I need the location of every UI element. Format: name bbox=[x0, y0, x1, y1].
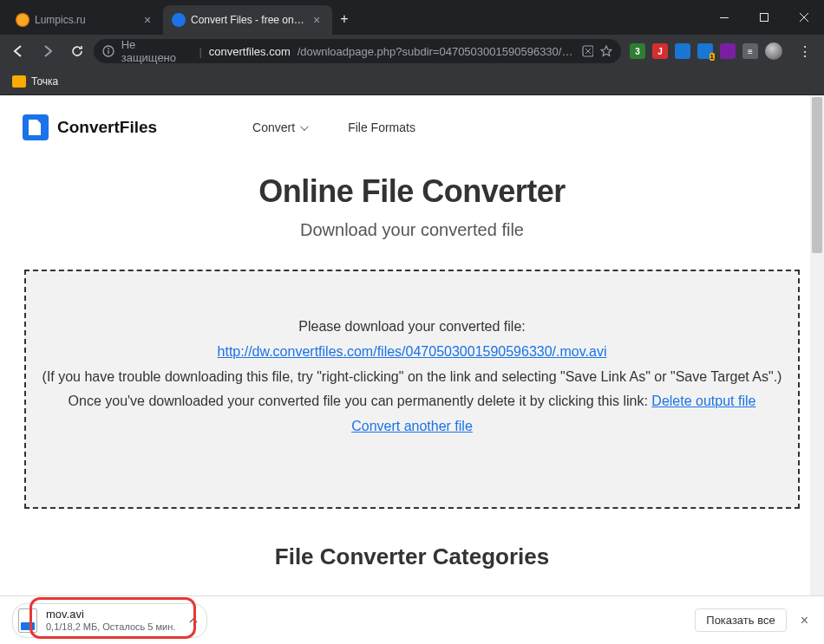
translate-icon[interactable] bbox=[582, 45, 594, 57]
svg-rect-3 bbox=[108, 50, 108, 54]
download-shelf: mov.avi 0,1/18,2 МБ, Осталось 5 мин. Пок… bbox=[0, 595, 824, 644]
favicon-convertfiles bbox=[172, 13, 186, 27]
extension-icon[interactable]: 1 bbox=[697, 43, 713, 59]
delete-prompt-text: Once you've downloaded your converted fi… bbox=[69, 394, 652, 408]
page-content: Online File Converter Download your conv… bbox=[0, 159, 824, 570]
favicon-lumpics bbox=[16, 13, 29, 27]
nav-label: Convert bbox=[252, 120, 295, 134]
tab-lumpics[interactable]: Lumpics.ru × bbox=[7, 5, 163, 35]
tab-close-icon[interactable]: × bbox=[141, 13, 154, 27]
scrollbar-thumb[interactable] bbox=[812, 97, 822, 253]
show-all-downloads-button[interactable]: Показать все bbox=[695, 608, 786, 632]
url-bar: Не защищено | convertfiles.com/downloadp… bbox=[0, 35, 824, 68]
page-viewport: ConvertFiles Convert File Formats Online… bbox=[0, 95, 824, 595]
minimize-icon bbox=[720, 17, 729, 18]
vertical-scrollbar[interactable] bbox=[810, 95, 824, 595]
tab-title: Lumpics.ru bbox=[35, 14, 135, 26]
page-subtitle: Download your converted file bbox=[24, 220, 800, 240]
page-title: Online File Converter bbox=[24, 173, 800, 210]
site-header: ConvertFiles Convert File Formats bbox=[0, 95, 824, 159]
extension-icon[interactable] bbox=[720, 43, 736, 59]
close-window-button[interactable] bbox=[784, 0, 824, 35]
address-bar[interactable]: Не защищено | convertfiles.com/downloadp… bbox=[94, 39, 621, 63]
profile-avatar[interactable] bbox=[765, 42, 782, 60]
extension-icon[interactable] bbox=[675, 43, 690, 59]
svg-rect-1 bbox=[761, 14, 768, 22]
chevron-up-icon[interactable] bbox=[189, 618, 198, 623]
download-filename: mov.avi bbox=[46, 608, 175, 621]
nav-convert[interactable]: Convert bbox=[252, 120, 306, 134]
reload-button[interactable] bbox=[64, 38, 90, 64]
back-button[interactable] bbox=[5, 38, 31, 64]
info-icon bbox=[102, 45, 114, 57]
svg-rect-0 bbox=[720, 17, 729, 18]
tab-convertfiles[interactable]: Convert Files - free online file co × bbox=[163, 5, 332, 35]
extensions: 3 J 1 ≡ bbox=[625, 42, 788, 60]
tab-title: Convert Files - free online file co bbox=[191, 14, 304, 26]
close-icon bbox=[800, 13, 808, 22]
site-logo[interactable]: ConvertFiles bbox=[23, 114, 157, 140]
maximize-icon bbox=[760, 13, 768, 22]
forward-button[interactable] bbox=[35, 38, 61, 64]
bookmarks-bar: Точка bbox=[0, 68, 824, 95]
download-status: 0,1/18,2 МБ, Осталось 5 мин. bbox=[46, 621, 175, 634]
extension-icon[interactable]: J bbox=[652, 43, 668, 59]
minimize-button[interactable] bbox=[704, 0, 744, 35]
tab-strip: Lumpics.ru × Convert Files - free online… bbox=[0, 5, 356, 35]
logo-mark-icon bbox=[23, 114, 49, 140]
nav-formats[interactable]: File Formats bbox=[348, 120, 415, 134]
brand-name: ConvertFiles bbox=[57, 118, 157, 137]
tab-close-icon[interactable]: × bbox=[310, 13, 324, 27]
download-link[interactable]: http://dw.convertfiles.com/files/0470503… bbox=[218, 344, 607, 359]
forward-icon bbox=[41, 44, 55, 58]
back-icon bbox=[11, 44, 25, 58]
download-help-text: (If you have trouble downloading this fi… bbox=[42, 365, 782, 390]
url-domain: convertfiles.com bbox=[209, 45, 291, 58]
delete-prompt: Once you've downloaded your converted fi… bbox=[42, 389, 782, 414]
bookmark-item[interactable]: Точка bbox=[31, 75, 58, 88]
window-controls bbox=[704, 0, 824, 35]
download-item[interactable]: mov.avi 0,1/18,2 МБ, Осталось 5 мин. bbox=[12, 603, 207, 638]
new-tab-button[interactable]: + bbox=[332, 11, 356, 29]
window-titlebar: Lumpics.ru × Convert Files - free online… bbox=[0, 0, 824, 35]
delete-link[interactable]: Delete output file bbox=[651, 394, 755, 408]
star-icon[interactable] bbox=[600, 45, 612, 57]
svg-point-4 bbox=[108, 48, 109, 49]
download-box: Please download your converted file: htt… bbox=[24, 270, 800, 509]
url-path: /downloadpage.php?subdir=047050300159059… bbox=[298, 45, 575, 58]
convert-another-link[interactable]: Convert another file bbox=[351, 419, 473, 433]
site-nav: Convert File Formats bbox=[252, 120, 415, 134]
folder-icon bbox=[12, 75, 26, 88]
security-label: Не защищено bbox=[121, 38, 193, 64]
reload-icon bbox=[70, 44, 84, 58]
download-prompt: Please download your converted file: bbox=[42, 315, 782, 340]
extension-icon[interactable]: ≡ bbox=[742, 43, 758, 59]
nav-label: File Formats bbox=[348, 120, 415, 134]
categories-heading: File Converter Categories bbox=[24, 543, 800, 570]
close-shelf-button[interactable]: × bbox=[797, 609, 812, 632]
file-icon bbox=[18, 608, 37, 633]
menu-button[interactable]: ⋮ bbox=[791, 43, 819, 60]
extension-icon[interactable]: 3 bbox=[630, 43, 645, 59]
chevron-down-icon bbox=[300, 122, 309, 131]
maximize-button[interactable] bbox=[744, 0, 784, 35]
download-info: mov.avi 0,1/18,2 МБ, Осталось 5 мин. bbox=[46, 608, 175, 634]
